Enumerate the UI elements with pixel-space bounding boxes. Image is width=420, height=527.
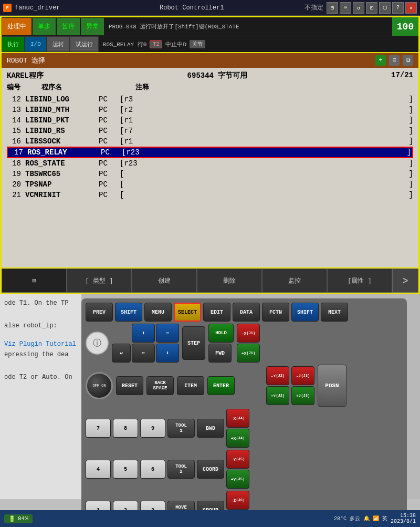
help-btn[interactable]: ?	[392, 2, 404, 14]
start-area[interactable]: 🔋 84%	[4, 514, 33, 523]
shift1-btn[interactable]: SHIFT	[115, 303, 142, 322]
neg-y-btn[interactable]: -Y(J2)	[266, 366, 289, 385]
add-icon[interactable]: +	[375, 55, 386, 66]
backspace-btn[interactable]: BACKSPACE	[146, 376, 174, 395]
item-btn[interactable]: ITEM	[177, 376, 204, 395]
neg-z-btn[interactable]: -Z(J3)	[291, 366, 314, 385]
up-arrow-btn[interactable]: ⬆	[132, 324, 155, 343]
prog-num: 12	[7, 95, 25, 104]
prog-comment: [r1	[120, 116, 409, 125]
list-subheader: 编号 程序名 注释	[7, 82, 413, 92]
enter-btn[interactable]: ENTER	[207, 376, 235, 395]
property-btn[interactable]: [属性 ]	[327, 268, 392, 293]
keyboard-btn[interactable]: ⌨	[340, 2, 351, 14]
reset-btn[interactable]: RESET	[116, 376, 143, 395]
program-row[interactable]: 18 ROS_STATE PC [r23 ]	[7, 158, 413, 169]
shift2-btn[interactable]: SHIFT	[291, 303, 319, 322]
share-btn[interactable]: ⬡	[379, 2, 391, 14]
fwd-btn[interactable]: FWD	[208, 344, 232, 363]
run-btn[interactable]: 运转	[47, 36, 70, 52]
menu-icon[interactable]: ≡	[389, 55, 400, 66]
menu-btn[interactable]: MENU	[144, 303, 172, 322]
execute-btn[interactable]: 执行	[2, 36, 25, 52]
prog-name: LIBSSOCK	[25, 137, 99, 146]
tool1-btn[interactable]: TOOL1	[167, 419, 195, 438]
refresh-btn[interactable]: ↺	[353, 2, 364, 14]
select-btn[interactable]: SELECT	[174, 303, 201, 322]
prog-bracket: ]	[409, 159, 413, 168]
program-row[interactable]: 13 LIBIND_MTH PC [r2 ]	[7, 105, 413, 115]
alert-icon: 🔔	[363, 515, 370, 522]
neg-j6-btn[interactable]: -Z(J6)	[226, 491, 249, 510]
monitor-btn[interactable]: 监控	[262, 268, 327, 293]
grid-btn[interactable]: ⊞	[2, 268, 67, 293]
neg-j5-btn[interactable]: -Y(J5)	[226, 450, 249, 469]
split-icon[interactable]: ⧉	[403, 55, 413, 66]
program-row[interactable]: 12 LIBIND_LOG PC [r3 ]	[7, 94, 413, 105]
pos-j5-btn[interactable]: +Y(J5)	[226, 470, 249, 489]
edit-btn[interactable]: EDIT	[203, 303, 230, 322]
right-arrow-btn[interactable]: ➡	[156, 324, 179, 343]
next-arrow-btn[interactable]: >	[392, 268, 418, 293]
neg-j4-btn[interactable]: -X(J4)	[226, 409, 249, 428]
enter-arrow-btn[interactable]: ↩	[112, 344, 131, 363]
pos-x-btn[interactable]: +X(J1)	[237, 344, 260, 363]
n7-btn[interactable]: 7	[86, 419, 111, 438]
pos-z-btn[interactable]: +Z(J3)	[291, 386, 314, 405]
step-btn[interactable]: STEP	[182, 326, 205, 360]
program-row[interactable]: 16 LIBSSOCK PC [r1 ]	[7, 136, 413, 147]
program-row[interactable]: 21 VCMRINIT PC [ ]	[7, 190, 413, 200]
n9-btn[interactable]: 9	[140, 419, 165, 438]
tool2-btn[interactable]: TOOL2	[167, 460, 195, 479]
n5-btn[interactable]: 5	[113, 460, 138, 479]
coord-btn[interactable]: COORD	[197, 460, 224, 479]
prev-btn[interactable]: PREV	[86, 303, 113, 322]
bwd-btn[interactable]: BWD	[197, 419, 224, 438]
prog-bracket: ]	[409, 170, 413, 178]
dial[interactable]: OFF ON	[86, 372, 113, 399]
pos-j4-btn[interactable]: +X(J4)	[226, 429, 249, 448]
close-btn[interactable]: ✕	[405, 2, 417, 14]
kp-row-num1: 7 8 9 TOOL1 BWD -X(J4) +X(J4)	[86, 409, 403, 448]
bg-line-4: epressing the dea	[4, 350, 77, 360]
create-btn[interactable]: 创建	[132, 268, 197, 293]
pause-btn[interactable]: 暂停	[56, 17, 80, 36]
program-rows: 12 LIBIND_LOG PC [r3 ] 13 LIBIND_MTH PC …	[7, 94, 413, 200]
processing-btn[interactable]: 处理中	[2, 17, 32, 36]
next-btn[interactable]: NEXT	[321, 303, 348, 322]
snap-btn[interactable]: ⊡	[366, 2, 377, 14]
left-arrow-btn[interactable]: ⬅	[132, 344, 155, 363]
program-row[interactable]: 20 TPSNAP PC [ ]	[7, 179, 413, 190]
prog-name: LIBIND_RS	[25, 127, 99, 135]
single-step-btn[interactable]: 单步	[32, 17, 56, 36]
n4-btn[interactable]: 4	[86, 460, 111, 479]
n6-btn[interactable]: 6	[140, 460, 165, 479]
data-btn[interactable]: DATA	[233, 303, 260, 322]
type-btn[interactable]: [ 类型 ]	[67, 268, 132, 293]
hold-fwd-area: HOLD FWD	[208, 324, 234, 363]
bg-line-3[interactable]: Viz Plugin Tutorial	[4, 339, 77, 349]
bg-spacer2	[4, 331, 77, 339]
program-row[interactable]: 14 LIBIND_PKT PC [r1 ]	[7, 115, 413, 126]
posn-btn[interactable]: POSN	[318, 365, 346, 407]
program-row[interactable]: 17 ROS_RELAY PC [r23 ]	[7, 147, 413, 158]
program-row[interactable]: 19 TBSWRC65 PC [ ]	[7, 169, 413, 179]
prog-comment: [	[120, 170, 409, 178]
program-row[interactable]: 15 LIBIND_RS PC [r7 ]	[7, 126, 413, 136]
pos-y-btn[interactable]: +Y(J2)	[266, 386, 289, 405]
kp-row-1: PREV SHIFT MENU SELECT EDIT DATA FCTN SH…	[86, 303, 403, 322]
fctn-btn[interactable]: FCTN	[262, 303, 289, 322]
neg-x-btn[interactable]: -X(J1)	[237, 324, 260, 343]
io-btn[interactable]: I/O	[25, 36, 47, 52]
test-run-btn[interactable]: 试运行	[70, 36, 99, 52]
delete-btn[interactable]: 删除	[197, 268, 262, 293]
n8-btn[interactable]: 8	[113, 419, 138, 438]
prog-type: PC	[99, 180, 120, 189]
window-icon-btn[interactable]: ⊞	[327, 2, 338, 14]
dropdown-label[interactable]: 不指定	[304, 3, 323, 12]
hold-btn[interactable]: HOLD	[208, 324, 234, 343]
down-arrow-btn[interactable]: ⬇	[156, 344, 179, 363]
robot-select-title: ROBOT 选择	[7, 56, 45, 65]
info-circle[interactable]: ⓘ	[86, 332, 109, 355]
error-btn[interactable]: 异常	[80, 17, 104, 36]
